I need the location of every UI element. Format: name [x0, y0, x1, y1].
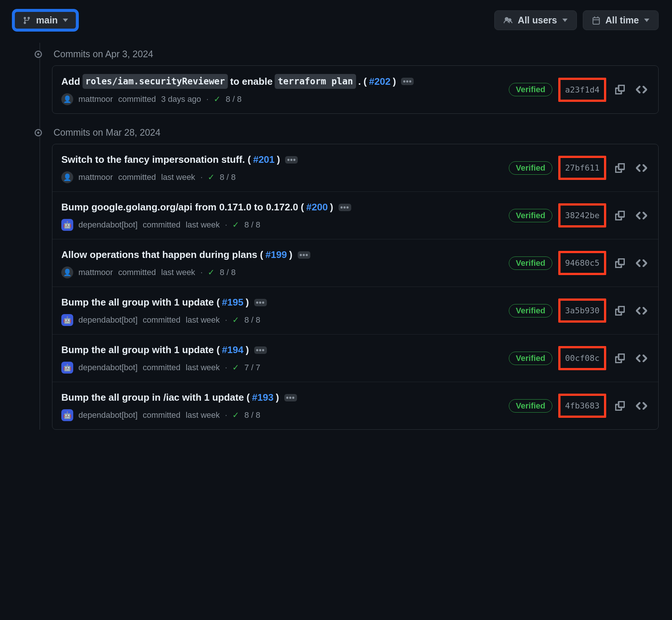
commit-group-header: Commits on Apr 3, 2024: [32, 43, 659, 65]
verified-badge[interactable]: Verified: [509, 209, 552, 222]
pr-link[interactable]: #201: [253, 152, 275, 167]
expand-description-button[interactable]: •••: [284, 394, 297, 401]
expand-description-button[interactable]: •••: [339, 204, 351, 211]
time-filter-button[interactable]: All time: [583, 10, 659, 30]
commit-title[interactable]: Bump the all group with 1 update (#194)•…: [61, 343, 501, 357]
browse-code-button[interactable]: [634, 255, 649, 271]
commit-sha[interactable]: 94680c5: [558, 251, 606, 275]
browse-code-button[interactable]: [634, 351, 649, 366]
expand-description-button[interactable]: •••: [285, 156, 298, 164]
commit-title[interactable]: Bump google.golang.org/api from 0.171.0 …: [61, 200, 501, 214]
pr-link[interactable]: #200: [306, 200, 328, 214]
toolbar: main All users All time: [13, 10, 659, 30]
commit-sha[interactable]: 3a5b930: [558, 298, 606, 323]
commit-time: last week: [186, 315, 220, 325]
avatar[interactable]: 👤: [61, 171, 73, 183]
chevron-down-icon: [63, 19, 68, 22]
expand-description-button[interactable]: •••: [298, 251, 310, 259]
commit-title[interactable]: Add roles/iam.securityReviewer to enable…: [61, 74, 501, 89]
commit-committed-label: committed: [118, 172, 156, 182]
commit-committed-label: committed: [143, 363, 180, 372]
commit-time: last week: [161, 172, 195, 182]
expand-description-button[interactable]: •••: [254, 346, 267, 354]
checks-count[interactable]: 8 / 8: [244, 220, 260, 230]
pr-link[interactable]: #202: [369, 74, 391, 89]
people-icon: [504, 16, 513, 25]
checks-count[interactable]: 8 / 8: [244, 315, 260, 325]
verified-badge[interactable]: Verified: [509, 161, 552, 175]
expand-description-button[interactable]: •••: [401, 78, 414, 85]
commit-author[interactable]: mattmoor: [78, 268, 113, 277]
expand-description-button[interactable]: •••: [254, 299, 267, 306]
calendar-icon: [592, 16, 600, 25]
pr-link[interactable]: #195: [222, 295, 243, 310]
branch-selector-button[interactable]: main: [13, 10, 77, 30]
commit-group-date: Commits on Mar 28, 2024: [54, 127, 161, 138]
commits-timeline: Commits on Apr 3, 2024 Add roles/iam.sec…: [32, 43, 659, 430]
commit-sha[interactable]: a23f1d4: [558, 78, 606, 102]
users-filter-button[interactable]: All users: [494, 10, 577, 30]
verified-badge[interactable]: Verified: [509, 399, 552, 413]
browse-code-button[interactable]: [634, 82, 649, 97]
browse-code-button[interactable]: [634, 398, 649, 414]
check-icon[interactable]: ✓: [232, 410, 239, 420]
commit-author[interactable]: dependabot[bot]: [78, 220, 138, 230]
commit-author[interactable]: mattmoor: [78, 172, 113, 182]
check-icon[interactable]: ✓: [208, 268, 214, 277]
verified-badge[interactable]: Verified: [509, 256, 552, 270]
pr-link[interactable]: #194: [222, 343, 243, 357]
copy-sha-button[interactable]: [612, 351, 628, 366]
check-icon[interactable]: ✓: [232, 363, 239, 372]
verified-badge[interactable]: Verified: [509, 83, 552, 96]
commit-author[interactable]: dependabot[bot]: [78, 363, 138, 372]
commit-sha[interactable]: 38242be: [558, 203, 606, 227]
avatar[interactable]: 🤖: [61, 219, 73, 231]
checks-count[interactable]: 7 / 7: [244, 363, 260, 372]
copy-sha-button[interactable]: [612, 398, 628, 414]
commit-committed-label: committed: [143, 315, 180, 325]
commit-committed-label: committed: [143, 410, 180, 420]
commit-author[interactable]: dependabot[bot]: [78, 410, 138, 420]
time-filter-label: All time: [605, 15, 639, 26]
copy-sha-button[interactable]: [612, 255, 628, 271]
commit-author[interactable]: mattmoor: [78, 94, 113, 104]
pr-link[interactable]: #193: [252, 390, 274, 405]
copy-sha-button[interactable]: [612, 82, 628, 97]
copy-sha-button[interactable]: [612, 160, 628, 176]
commit-time: last week: [186, 363, 220, 372]
checks-count[interactable]: 8 / 8: [244, 410, 260, 420]
verified-badge[interactable]: Verified: [509, 352, 552, 365]
checks-count[interactable]: 8 / 8: [220, 172, 236, 182]
copy-sha-button[interactable]: [612, 303, 628, 319]
commit-title[interactable]: Bump the all group with 1 update (#195)•…: [61, 295, 501, 310]
commit-title[interactable]: Bump the all group in /iac with 1 update…: [61, 390, 501, 405]
check-icon[interactable]: ✓: [214, 94, 220, 104]
chevron-down-icon: [562, 19, 568, 22]
commit-sha[interactable]: 00cf08c: [558, 346, 606, 370]
commit-sha[interactable]: 4fb3683: [558, 394, 606, 418]
verified-badge[interactable]: Verified: [509, 304, 552, 317]
commit-time: 3 days ago: [161, 94, 201, 104]
avatar[interactable]: 🤖: [61, 409, 73, 421]
commit-group-header: Commits on Mar 28, 2024: [32, 121, 659, 144]
commit-committed-label: committed: [118, 94, 156, 104]
check-icon[interactable]: ✓: [232, 315, 239, 325]
browse-code-button[interactable]: [634, 303, 649, 319]
commit-title[interactable]: Allow operations that happen during plan…: [61, 248, 501, 262]
browse-code-button[interactable]: [634, 160, 649, 176]
avatar[interactable]: 🤖: [61, 314, 73, 326]
avatar[interactable]: 👤: [61, 93, 73, 105]
commit-list: Add roles/iam.securityReviewer to enable…: [52, 65, 659, 114]
commit-title[interactable]: Switch to the fancy impersonation stuff.…: [61, 152, 501, 167]
check-icon[interactable]: ✓: [232, 220, 239, 230]
copy-sha-button[interactable]: [612, 208, 628, 223]
check-icon[interactable]: ✓: [208, 172, 214, 182]
browse-code-button[interactable]: [634, 208, 649, 223]
avatar[interactable]: 🤖: [61, 362, 73, 374]
commit-sha[interactable]: 27bf611: [558, 156, 606, 180]
avatar[interactable]: 👤: [61, 267, 73, 278]
checks-count[interactable]: 8 / 8: [220, 268, 236, 277]
commit-author[interactable]: dependabot[bot]: [78, 315, 138, 325]
checks-count[interactable]: 8 / 8: [226, 94, 242, 104]
pr-link[interactable]: #199: [265, 248, 287, 262]
